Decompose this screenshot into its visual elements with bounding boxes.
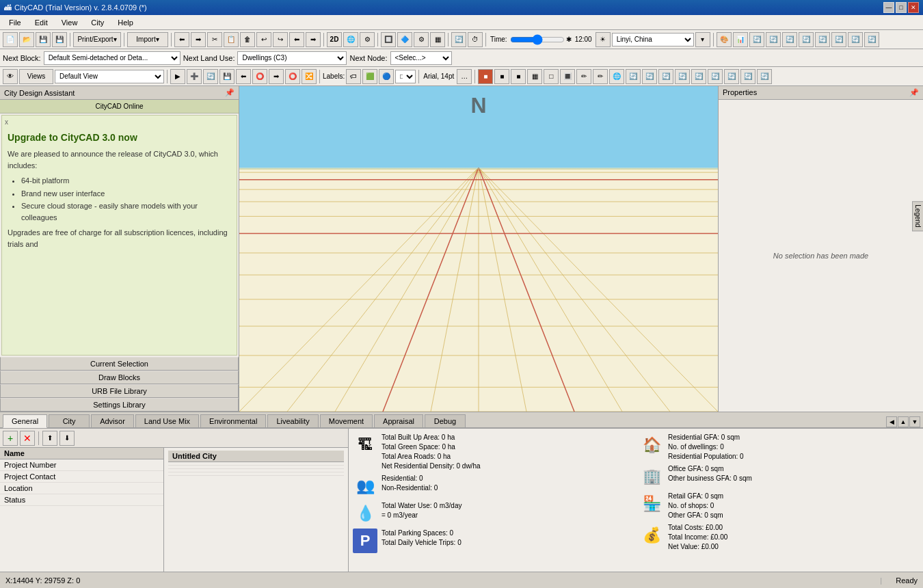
next-land-use-combo[interactable]: Dwellings (C3) <box>237 51 347 65</box>
settings-btn[interactable]: ⚙ <box>360 32 375 47</box>
display-btn-17[interactable]: 🔄 <box>740 69 755 84</box>
tab-advisor[interactable]: Advisor <box>91 414 134 427</box>
open-button[interactable]: 📂 <box>19 32 34 47</box>
toolbar-btn-a[interactable]: 🔲 <box>381 32 396 47</box>
add-row-button[interactable]: + <box>3 431 18 446</box>
view-btn-4[interactable]: 🔄 <box>766 32 781 47</box>
undo-button[interactable]: ↩ <box>256 32 271 47</box>
display-btn-15[interactable]: 🔄 <box>708 69 723 84</box>
menu-edit[interactable]: Edit <box>29 16 54 29</box>
settings-library-btn[interactable]: Settings Library <box>0 398 239 412</box>
view-nav-6[interactable]: ⭕ <box>252 69 267 84</box>
draw-blocks-btn[interactable]: Draw Blocks <box>0 371 239 384</box>
menu-file[interactable]: File <box>3 16 27 29</box>
print-button[interactable]: Print/Export▾ <box>73 32 121 47</box>
view-btn-5[interactable]: 🔄 <box>782 32 797 47</box>
view-btn-1[interactable]: 🎨 <box>717 32 732 47</box>
time-slider[interactable] <box>510 35 565 44</box>
view-btn-2[interactable]: 📊 <box>733 32 748 47</box>
view-btn-9[interactable]: 🔄 <box>848 32 863 47</box>
legend-tab[interactable]: Legend <box>912 202 923 231</box>
display-btn-13[interactable]: 🔄 <box>675 69 690 84</box>
close-icon[interactable]: x <box>5 118 8 126</box>
move-down-button[interactable]: ⬇ <box>59 431 75 446</box>
toolbar-btn-b[interactable]: 🔷 <box>397 32 412 47</box>
display-btn-5[interactable]: □ <box>544 69 559 84</box>
view-nav-3[interactable]: 🔄 <box>203 69 218 84</box>
tab-liveability[interactable]: Liveability <box>267 414 318 427</box>
2d-button[interactable]: 2D <box>327 32 342 47</box>
view-nav-5[interactable]: ⬅ <box>236 69 251 84</box>
tab-environmental[interactable]: Environmental <box>200 414 266 427</box>
toolbar-btn-c[interactable]: ⚙ <box>414 32 429 47</box>
view-btn-3[interactable]: 🔄 <box>749 32 764 47</box>
view-nav-7[interactable]: ➡ <box>269 69 284 84</box>
display-btn-3[interactable]: ■ <box>511 69 526 84</box>
view-nav-4[interactable]: 💾 <box>219 69 235 84</box>
tab-arrow-down[interactable]: ▼ <box>909 416 920 427</box>
tab-city[interactable]: City <box>49 414 90 427</box>
display-btn-10[interactable]: 🔄 <box>626 69 641 84</box>
view-nav-8[interactable]: ⭕ <box>285 69 300 84</box>
views-icon[interactable]: 👁 <box>3 69 18 84</box>
current-selection-btn[interactable]: Current Selection <box>0 357 239 371</box>
copy-button[interactable]: 📋 <box>224 32 239 47</box>
new-button[interactable]: 📄 <box>3 32 18 47</box>
tab-appraisal[interactable]: Appraisal <box>374 414 423 427</box>
menu-city[interactable]: City <box>85 16 110 29</box>
display-btn-11[interactable]: 🔄 <box>642 69 657 84</box>
view-btn-10[interactable]: 🔄 <box>864 32 879 47</box>
view-nav-9[interactable]: 🔀 <box>302 69 317 84</box>
display-btn-9[interactable]: 🌐 <box>609 69 624 84</box>
display-btn-1[interactable]: ■ <box>478 69 493 84</box>
import-button[interactable]: Import▾ <box>127 32 168 47</box>
redo-button[interactable]: ↪ <box>273 32 288 47</box>
menu-help[interactable]: Help <box>111 16 139 29</box>
toolbar-btn-d[interactable]: ▦ <box>430 32 445 47</box>
view-nav-1[interactable]: ▶ <box>170 69 185 84</box>
globe-btn[interactable]: 🌐 <box>343 32 358 47</box>
close-button[interactable]: ✕ <box>908 2 919 13</box>
next-node-combo[interactable]: <Selec...> <box>390 51 452 65</box>
next-block-combo[interactable]: Default Semi-detached or Deta... <box>44 51 180 65</box>
display-btn-4[interactable]: ▦ <box>527 69 542 84</box>
tab-arrow-left[interactable]: ◀ <box>886 416 897 427</box>
citycad-online-tab[interactable]: CityCAD Online <box>0 100 239 113</box>
tab-debug[interactable]: Debug <box>425 414 466 427</box>
label-btn-1[interactable]: 🏷 <box>346 69 361 84</box>
view-btn-6[interactable]: 🔄 <box>799 32 814 47</box>
view-btn-7[interactable]: 🔄 <box>815 32 830 47</box>
move-up-button[interactable]: ⬆ <box>42 431 57 446</box>
back-button[interactable]: ⬅ <box>289 32 304 47</box>
tab-arrow-up[interactable]: ▲ <box>898 416 909 427</box>
view-btn-8[interactable]: 🔄 <box>831 32 846 47</box>
nav-left[interactable]: ⬅ <box>174 32 189 47</box>
label-btn-2[interactable]: 🟩 <box>362 69 377 84</box>
display-btn-2[interactable]: ■ <box>494 69 509 84</box>
tab-movement[interactable]: Movement <box>320 414 373 427</box>
display-btn-8[interactable]: ✏ <box>593 69 608 84</box>
tab-landuse[interactable]: Land Use Mix <box>135 414 199 427</box>
toolbar-btn-f[interactable]: ⏱ <box>468 32 483 47</box>
remove-row-button[interactable]: ✕ <box>20 431 35 446</box>
display-btn-12[interactable]: 🔄 <box>658 69 673 84</box>
cut-button[interactable]: ✂ <box>207 32 222 47</box>
display-btn-7[interactable]: ✏ <box>576 69 591 84</box>
maximize-button[interactable]: □ <box>896 2 907 13</box>
views-label-btn[interactable]: Views <box>19 69 53 84</box>
label-btn-3[interactable]: 🔵 <box>379 69 394 84</box>
delete-button[interactable]: 🗑 <box>240 32 255 47</box>
menu-view[interactable]: View <box>55 16 84 29</box>
labels-combo[interactable]: □ <box>395 70 416 83</box>
properties-pin-icon[interactable]: 📌 <box>909 88 919 97</box>
toolbar-btn-e[interactable]: 🔄 <box>451 32 466 47</box>
fwd-button[interactable]: ➡ <box>306 32 321 47</box>
viewport[interactable]: N <box>239 86 718 412</box>
views-combo[interactable]: Default View <box>55 70 164 83</box>
saveas-button[interactable]: 💾 <box>52 32 67 47</box>
tab-general[interactable]: General <box>3 414 47 428</box>
location-expand[interactable]: ▾ <box>695 32 710 47</box>
font-more[interactable]: … <box>457 69 472 84</box>
save-button[interactable]: 💾 <box>36 32 51 47</box>
display-btn-18[interactable]: 🔄 <box>757 69 772 84</box>
